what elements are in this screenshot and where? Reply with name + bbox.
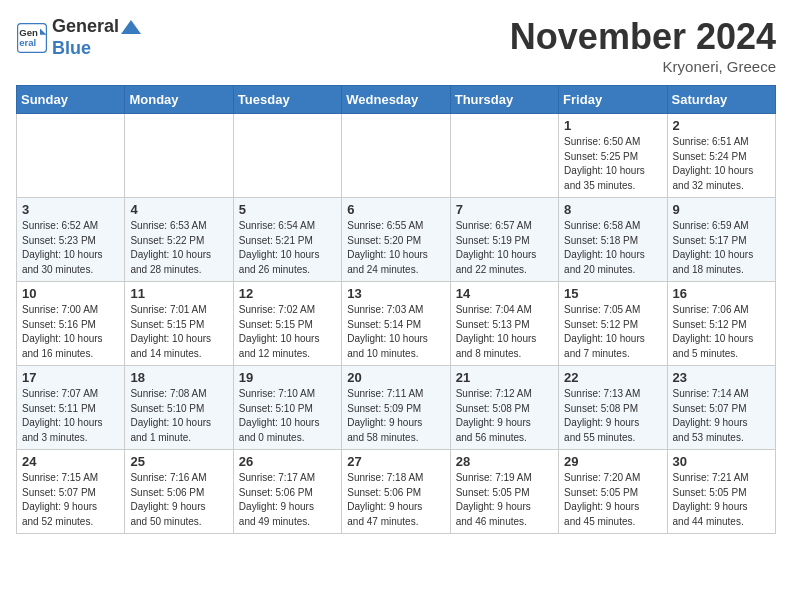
day-info: Sunrise: 7:17 AMSunset: 5:06 PMDaylight:… bbox=[239, 471, 336, 529]
calendar-cell: 7Sunrise: 6:57 AMSunset: 5:19 PMDaylight… bbox=[450, 198, 558, 282]
day-info: Sunrise: 7:21 AMSunset: 5:05 PMDaylight:… bbox=[673, 471, 770, 529]
calendar-cell: 3Sunrise: 6:52 AMSunset: 5:23 PMDaylight… bbox=[17, 198, 125, 282]
day-number: 21 bbox=[456, 370, 553, 385]
logo-icon: Gen eral bbox=[16, 22, 48, 54]
location: Kryoneri, Greece bbox=[510, 58, 776, 75]
svg-marker-4 bbox=[121, 20, 141, 34]
day-info: Sunrise: 7:12 AMSunset: 5:08 PMDaylight:… bbox=[456, 387, 553, 445]
calendar-cell: 16Sunrise: 7:06 AMSunset: 5:12 PMDayligh… bbox=[667, 282, 775, 366]
day-info: Sunrise: 7:18 AMSunset: 5:06 PMDaylight:… bbox=[347, 471, 444, 529]
day-number: 28 bbox=[456, 454, 553, 469]
day-info: Sunrise: 7:07 AMSunset: 5:11 PMDaylight:… bbox=[22, 387, 119, 445]
calendar-cell: 13Sunrise: 7:03 AMSunset: 5:14 PMDayligh… bbox=[342, 282, 450, 366]
calendar-cell: 22Sunrise: 7:13 AMSunset: 5:08 PMDayligh… bbox=[559, 366, 667, 450]
calendar-header-row: SundayMondayTuesdayWednesdayThursdayFrid… bbox=[17, 86, 776, 114]
calendar-week-4: 17Sunrise: 7:07 AMSunset: 5:11 PMDayligh… bbox=[17, 366, 776, 450]
day-number: 15 bbox=[564, 286, 661, 301]
day-info: Sunrise: 7:16 AMSunset: 5:06 PMDaylight:… bbox=[130, 471, 227, 529]
day-number: 29 bbox=[564, 454, 661, 469]
calendar-cell: 17Sunrise: 7:07 AMSunset: 5:11 PMDayligh… bbox=[17, 366, 125, 450]
day-number: 10 bbox=[22, 286, 119, 301]
day-number: 20 bbox=[347, 370, 444, 385]
calendar-cell: 15Sunrise: 7:05 AMSunset: 5:12 PMDayligh… bbox=[559, 282, 667, 366]
calendar-week-5: 24Sunrise: 7:15 AMSunset: 5:07 PMDayligh… bbox=[17, 450, 776, 534]
calendar-cell: 14Sunrise: 7:04 AMSunset: 5:13 PMDayligh… bbox=[450, 282, 558, 366]
day-number: 26 bbox=[239, 454, 336, 469]
calendar-cell: 12Sunrise: 7:02 AMSunset: 5:15 PMDayligh… bbox=[233, 282, 341, 366]
day-number: 9 bbox=[673, 202, 770, 217]
header-wednesday: Wednesday bbox=[342, 86, 450, 114]
calendar-cell: 23Sunrise: 7:14 AMSunset: 5:07 PMDayligh… bbox=[667, 366, 775, 450]
page-header: Gen eral GeneralBlue November 2024 Kryon… bbox=[16, 16, 776, 75]
day-info: Sunrise: 6:52 AMSunset: 5:23 PMDaylight:… bbox=[22, 219, 119, 277]
calendar-cell: 20Sunrise: 7:11 AMSunset: 5:09 PMDayligh… bbox=[342, 366, 450, 450]
calendar-cell bbox=[17, 114, 125, 198]
day-info: Sunrise: 7:05 AMSunset: 5:12 PMDaylight:… bbox=[564, 303, 661, 361]
logo: Gen eral GeneralBlue bbox=[16, 16, 143, 59]
header-saturday: Saturday bbox=[667, 86, 775, 114]
calendar-cell bbox=[125, 114, 233, 198]
calendar-week-1: 1Sunrise: 6:50 AMSunset: 5:25 PMDaylight… bbox=[17, 114, 776, 198]
day-info: Sunrise: 6:51 AMSunset: 5:24 PMDaylight:… bbox=[673, 135, 770, 193]
day-number: 11 bbox=[130, 286, 227, 301]
day-info: Sunrise: 7:11 AMSunset: 5:09 PMDaylight:… bbox=[347, 387, 444, 445]
day-info: Sunrise: 7:15 AMSunset: 5:07 PMDaylight:… bbox=[22, 471, 119, 529]
day-number: 5 bbox=[239, 202, 336, 217]
day-info: Sunrise: 6:55 AMSunset: 5:20 PMDaylight:… bbox=[347, 219, 444, 277]
day-info: Sunrise: 6:54 AMSunset: 5:21 PMDaylight:… bbox=[239, 219, 336, 277]
header-thursday: Thursday bbox=[450, 86, 558, 114]
day-number: 27 bbox=[347, 454, 444, 469]
day-number: 30 bbox=[673, 454, 770, 469]
day-info: Sunrise: 7:14 AMSunset: 5:07 PMDaylight:… bbox=[673, 387, 770, 445]
header-monday: Monday bbox=[125, 86, 233, 114]
header-friday: Friday bbox=[559, 86, 667, 114]
day-info: Sunrise: 6:58 AMSunset: 5:18 PMDaylight:… bbox=[564, 219, 661, 277]
calendar-cell: 1Sunrise: 6:50 AMSunset: 5:25 PMDaylight… bbox=[559, 114, 667, 198]
day-number: 13 bbox=[347, 286, 444, 301]
day-info: Sunrise: 6:53 AMSunset: 5:22 PMDaylight:… bbox=[130, 219, 227, 277]
calendar-cell: 2Sunrise: 6:51 AMSunset: 5:24 PMDaylight… bbox=[667, 114, 775, 198]
calendar-week-3: 10Sunrise: 7:00 AMSunset: 5:16 PMDayligh… bbox=[17, 282, 776, 366]
day-info: Sunrise: 7:19 AMSunset: 5:05 PMDaylight:… bbox=[456, 471, 553, 529]
header-tuesday: Tuesday bbox=[233, 86, 341, 114]
title-block: November 2024 Kryoneri, Greece bbox=[510, 16, 776, 75]
month-title: November 2024 bbox=[510, 16, 776, 58]
day-number: 17 bbox=[22, 370, 119, 385]
day-number: 16 bbox=[673, 286, 770, 301]
calendar-cell: 28Sunrise: 7:19 AMSunset: 5:05 PMDayligh… bbox=[450, 450, 558, 534]
day-info: Sunrise: 7:01 AMSunset: 5:15 PMDaylight:… bbox=[130, 303, 227, 361]
day-number: 19 bbox=[239, 370, 336, 385]
calendar-cell: 25Sunrise: 7:16 AMSunset: 5:06 PMDayligh… bbox=[125, 450, 233, 534]
calendar-cell: 29Sunrise: 7:20 AMSunset: 5:05 PMDayligh… bbox=[559, 450, 667, 534]
calendar-cell: 26Sunrise: 7:17 AMSunset: 5:06 PMDayligh… bbox=[233, 450, 341, 534]
calendar-cell: 18Sunrise: 7:08 AMSunset: 5:10 PMDayligh… bbox=[125, 366, 233, 450]
calendar-table: SundayMondayTuesdayWednesdayThursdayFrid… bbox=[16, 85, 776, 534]
day-info: Sunrise: 7:02 AMSunset: 5:15 PMDaylight:… bbox=[239, 303, 336, 361]
calendar-cell bbox=[233, 114, 341, 198]
calendar-cell: 27Sunrise: 7:18 AMSunset: 5:06 PMDayligh… bbox=[342, 450, 450, 534]
calendar-cell bbox=[342, 114, 450, 198]
day-info: Sunrise: 7:20 AMSunset: 5:05 PMDaylight:… bbox=[564, 471, 661, 529]
day-number: 3 bbox=[22, 202, 119, 217]
calendar-cell: 5Sunrise: 6:54 AMSunset: 5:21 PMDaylight… bbox=[233, 198, 341, 282]
calendar-cell: 4Sunrise: 6:53 AMSunset: 5:22 PMDaylight… bbox=[125, 198, 233, 282]
logo-text: GeneralBlue bbox=[52, 16, 143, 59]
day-info: Sunrise: 7:04 AMSunset: 5:13 PMDaylight:… bbox=[456, 303, 553, 361]
day-number: 12 bbox=[239, 286, 336, 301]
day-info: Sunrise: 7:10 AMSunset: 5:10 PMDaylight:… bbox=[239, 387, 336, 445]
calendar-cell: 24Sunrise: 7:15 AMSunset: 5:07 PMDayligh… bbox=[17, 450, 125, 534]
day-info: Sunrise: 7:06 AMSunset: 5:12 PMDaylight:… bbox=[673, 303, 770, 361]
day-number: 1 bbox=[564, 118, 661, 133]
day-info: Sunrise: 7:13 AMSunset: 5:08 PMDaylight:… bbox=[564, 387, 661, 445]
calendar-cell: 30Sunrise: 7:21 AMSunset: 5:05 PMDayligh… bbox=[667, 450, 775, 534]
calendar-cell: 6Sunrise: 6:55 AMSunset: 5:20 PMDaylight… bbox=[342, 198, 450, 282]
calendar-cell: 8Sunrise: 6:58 AMSunset: 5:18 PMDaylight… bbox=[559, 198, 667, 282]
calendar-cell: 10Sunrise: 7:00 AMSunset: 5:16 PMDayligh… bbox=[17, 282, 125, 366]
calendar-cell: 21Sunrise: 7:12 AMSunset: 5:08 PMDayligh… bbox=[450, 366, 558, 450]
day-number: 25 bbox=[130, 454, 227, 469]
day-info: Sunrise: 6:57 AMSunset: 5:19 PMDaylight:… bbox=[456, 219, 553, 277]
calendar-cell: 11Sunrise: 7:01 AMSunset: 5:15 PMDayligh… bbox=[125, 282, 233, 366]
day-number: 24 bbox=[22, 454, 119, 469]
day-info: Sunrise: 7:08 AMSunset: 5:10 PMDaylight:… bbox=[130, 387, 227, 445]
day-number: 7 bbox=[456, 202, 553, 217]
